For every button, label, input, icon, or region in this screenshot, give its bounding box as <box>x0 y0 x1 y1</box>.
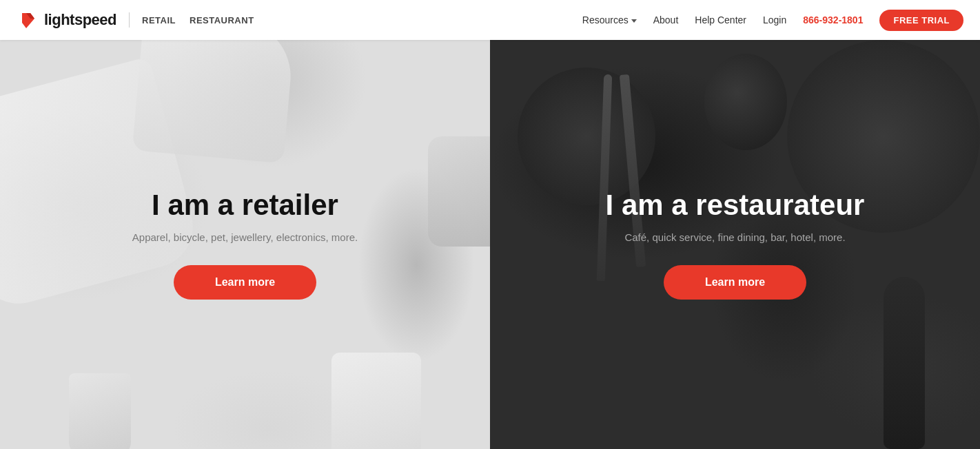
retail-learn-more-button[interactable]: Learn more <box>174 265 316 300</box>
logo-text: lightspeed <box>44 11 116 29</box>
hero-section: I am a retailer Apparel, bicycle, pet, j… <box>0 40 980 449</box>
free-trial-button[interactable]: FREE TRIAL <box>879 10 963 31</box>
restaurant-title: I am a restaurateur <box>606 189 865 221</box>
resources-label: Resources <box>582 14 629 25</box>
help-center-link[interactable]: Help Center <box>695 14 746 25</box>
restaurant-subtitle: Café, quick service, fine dining, bar, h… <box>606 231 865 243</box>
logo-link[interactable]: lightspeed <box>17 9 116 31</box>
product-nav: RETAIL RESTAURANT <box>142 15 254 25</box>
retail-panel: I am a retailer Apparel, bicycle, pet, j… <box>0 40 490 449</box>
about-link[interactable]: About <box>653 14 679 25</box>
retail-content: I am a retailer Apparel, bicycle, pet, j… <box>105 189 385 299</box>
phone-number[interactable]: 866-932-1801 <box>803 14 863 25</box>
retail-subtitle: Apparel, bicycle, pet, jewellery, electr… <box>132 231 358 243</box>
nav-restaurant-link[interactable]: RESTAURANT <box>190 15 254 25</box>
restaurant-panel: I am a restaurateur Café, quick service,… <box>490 40 980 449</box>
retail-title: I am a retailer <box>132 189 358 221</box>
nav-right: Resources About Help Center Login 866-93… <box>582 10 963 31</box>
restaurant-learn-more-button[interactable]: Learn more <box>664 265 806 300</box>
nav-divider <box>129 12 130 28</box>
restaurant-content: I am a restaurateur Café, quick service,… <box>578 189 892 299</box>
nav-retail-link[interactable]: RETAIL <box>142 15 176 25</box>
lightspeed-logo-icon <box>17 9 39 31</box>
login-link[interactable]: Login <box>763 14 786 25</box>
resources-dropdown[interactable]: Resources <box>582 14 637 25</box>
navbar: lightspeed RETAIL RESTAURANT Resources A… <box>0 0 980 40</box>
chevron-down-icon <box>631 19 637 23</box>
